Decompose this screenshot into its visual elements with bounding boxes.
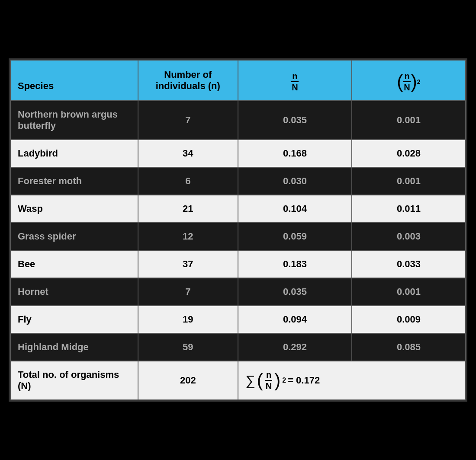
cell-species: Bee — [10, 250, 138, 278]
cell-ratio2: 0.011 — [352, 195, 466, 223]
footer-row: Total no. of organisms (N) 202 ∑ ( n N ) — [10, 361, 466, 400]
cell-n: 19 — [138, 306, 238, 333]
cell-ratio2: 0.001 — [352, 101, 466, 140]
cell-ratio: 0.035 — [238, 101, 352, 140]
cell-ratio: 0.168 — [238, 140, 352, 167]
cell-ratio: 0.030 — [238, 167, 352, 195]
cell-ratio2: 0.033 — [352, 250, 466, 278]
footer-formula: ∑ ( n N ) 2 = 0.172 — [238, 361, 466, 400]
cell-species: Forester moth — [10, 167, 138, 195]
cell-n: 21 — [138, 195, 238, 223]
table-row: Wasp 21 0.104 0.011 — [10, 195, 466, 223]
cell-ratio2: 0.009 — [352, 306, 466, 333]
cell-ratio: 0.035 — [238, 278, 352, 306]
main-table-container: Species Number of individuals (n) n N ( — [9, 58, 467, 402]
table-row: Ladybird 34 0.168 0.028 — [10, 140, 466, 167]
cell-ratio2: 0.001 — [352, 167, 466, 195]
header-row: Species Number of individuals (n) n N ( — [10, 60, 466, 101]
cell-n: 34 — [138, 140, 238, 167]
cell-ratio: 0.094 — [238, 306, 352, 333]
table-row: Northern brown argus butterfly 7 0.035 0… — [10, 101, 466, 140]
header-ratio: n N — [238, 60, 352, 101]
data-table: Species Number of individuals (n) n N ( — [10, 60, 466, 400]
footer-species: Total no. of organisms (N) — [10, 361, 138, 400]
table-body: Northern brown argus butterfly 7 0.035 0… — [10, 101, 466, 361]
header-n: Number of individuals (n) — [138, 60, 238, 101]
table-row: Hornet 7 0.035 0.001 — [10, 278, 466, 306]
cell-ratio2: 0.028 — [352, 140, 466, 167]
cell-species: Ladybird — [10, 140, 138, 167]
table-row: Fly 19 0.094 0.009 — [10, 306, 466, 333]
cell-n: 37 — [138, 250, 238, 278]
cell-species: Fly — [10, 306, 138, 333]
cell-n: 59 — [138, 333, 238, 361]
cell-n: 6 — [138, 167, 238, 195]
header-ratio-squared: ( n N ) 2 — [352, 60, 466, 101]
cell-ratio: 0.292 — [238, 333, 352, 361]
fraction-n-over-N: n N — [291, 72, 299, 92]
cell-n: 7 — [138, 278, 238, 306]
cell-n: 12 — [138, 223, 238, 250]
table-row: Forester moth 6 0.030 0.001 — [10, 167, 466, 195]
sum-formula: ∑ ( n N ) 2 = 0.172 — [245, 371, 320, 390]
cell-ratio2: 0.085 — [352, 333, 466, 361]
header-species: Species — [10, 60, 138, 101]
table-row: Grass spider 12 0.059 0.003 — [10, 223, 466, 250]
cell-species: Northern brown argus butterfly — [10, 101, 138, 140]
cell-species: Grass spider — [10, 223, 138, 250]
cell-n: 7 — [138, 101, 238, 140]
cell-ratio: 0.059 — [238, 223, 352, 250]
cell-species: Wasp — [10, 195, 138, 223]
cell-ratio2: 0.001 — [352, 278, 466, 306]
cell-ratio2: 0.003 — [352, 223, 466, 250]
paren-fraction-header: ( n N ) 2 — [397, 72, 420, 92]
cell-ratio: 0.104 — [238, 195, 352, 223]
cell-ratio: 0.183 — [238, 250, 352, 278]
table-row: Highland Midge 59 0.292 0.085 — [10, 333, 466, 361]
footer-n: 202 — [138, 361, 238, 400]
cell-species: Highland Midge — [10, 333, 138, 361]
cell-species: Hornet — [10, 278, 138, 306]
table-row: Bee 37 0.183 0.033 — [10, 250, 466, 278]
